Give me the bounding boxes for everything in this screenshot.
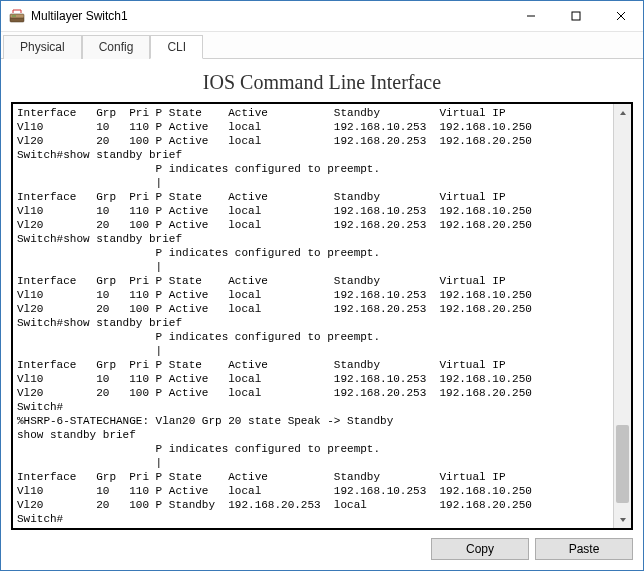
terminal-container: Interface Grp Pri P State Active Standby… — [11, 102, 633, 530]
titlebar[interactable]: Multilayer Switch1 — [1, 1, 643, 32]
cli-terminal[interactable]: Interface Grp Pri P State Active Standby… — [13, 104, 613, 528]
tab-bar: Physical Config CLI — [1, 32, 643, 59]
svg-marker-8 — [620, 111, 626, 115]
tab-cli[interactable]: CLI — [150, 35, 203, 59]
window-controls — [508, 1, 643, 31]
scroll-down-button[interactable] — [614, 511, 631, 528]
scroll-thumb[interactable] — [616, 425, 629, 503]
close-button[interactable] — [598, 1, 643, 31]
maximize-button[interactable] — [553, 1, 598, 31]
scroll-track[interactable] — [614, 121, 631, 511]
button-row: Copy Paste — [11, 530, 633, 560]
app-icon — [9, 8, 25, 24]
svg-point-3 — [14, 15, 15, 16]
window-title: Multilayer Switch1 — [31, 9, 508, 23]
svg-rect-5 — [572, 12, 580, 20]
copy-button[interactable]: Copy — [431, 538, 529, 560]
terminal-scrollbar[interactable] — [613, 104, 631, 528]
cli-heading: IOS Command Line Interface — [11, 71, 633, 94]
paste-button[interactable]: Paste — [535, 538, 633, 560]
svg-rect-1 — [10, 14, 24, 18]
tab-config[interactable]: Config — [82, 35, 151, 59]
svg-marker-9 — [620, 518, 626, 522]
scroll-up-button[interactable] — [614, 104, 631, 121]
minimize-button[interactable] — [508, 1, 553, 31]
tab-physical[interactable]: Physical — [3, 35, 82, 59]
content-area: IOS Command Line Interface Interface Grp… — [1, 59, 643, 570]
app-window: Multilayer Switch1 Physical Config CLI I… — [0, 0, 644, 571]
svg-point-2 — [12, 15, 13, 16]
